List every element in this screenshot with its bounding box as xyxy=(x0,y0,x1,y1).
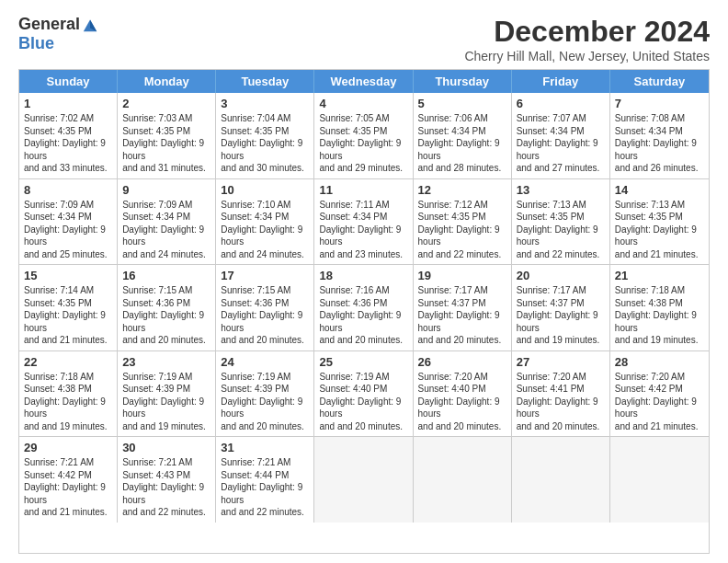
day-number: 5 xyxy=(418,97,506,110)
sunset-text: Sunset: 4:35 PM xyxy=(24,125,112,138)
cal-cell-day-25: 25Sunrise: 7:19 AMSunset: 4:40 PMDayligh… xyxy=(314,351,413,437)
logo-icon xyxy=(82,17,98,33)
cal-cell-day-14: 14Sunrise: 7:13 AMSunset: 4:35 PMDayligh… xyxy=(610,179,709,265)
day-number: 28 xyxy=(615,355,704,369)
sunrise-text: Sunrise: 7:10 AM xyxy=(221,199,309,212)
day-number: 31 xyxy=(221,441,309,454)
sunrise-text: Sunrise: 7:03 AM xyxy=(122,112,210,125)
calendar-body: 1Sunrise: 7:02 AMSunset: 4:35 PMDaylight… xyxy=(19,93,709,523)
day-number: 6 xyxy=(517,97,605,110)
daylight-text-1: Daylight: Daylight: 9 hours xyxy=(122,396,210,420)
daylight-text-1: Daylight: Daylight: 9 hours xyxy=(122,224,210,248)
sunset-text: Sunset: 4:35 PM xyxy=(24,297,112,310)
sunset-text: Sunset: 4:35 PM xyxy=(122,125,210,138)
cal-cell-empty xyxy=(610,437,709,523)
day-number: 25 xyxy=(319,355,407,369)
day-number: 24 xyxy=(221,355,309,369)
daylight-text-2: and and 19 minutes. xyxy=(517,334,605,347)
daylight-text-1: Daylight: Daylight: 9 hours xyxy=(221,309,309,334)
day-number: 7 xyxy=(615,97,704,110)
day-number: 16 xyxy=(122,269,210,282)
daylight-text-2: and and 22 minutes. xyxy=(122,506,210,519)
cal-cell-day-5: 5Sunrise: 7:06 AMSunset: 4:34 PMDaylight… xyxy=(414,93,512,178)
daylight-text-2: and and 28 minutes. xyxy=(418,162,506,175)
daylight-text-2: and and 23 minutes. xyxy=(319,248,407,261)
daylight-text-2: and and 26 minutes. xyxy=(615,162,704,175)
day-number: 4 xyxy=(319,97,407,110)
cal-cell-day-15: 15Sunrise: 7:14 AMSunset: 4:35 PMDayligh… xyxy=(19,265,118,350)
cal-cell-empty xyxy=(512,437,610,523)
daylight-text-2: and and 19 minutes. xyxy=(615,334,704,347)
day-number: 27 xyxy=(517,355,605,369)
cal-cell-day-16: 16Sunrise: 7:15 AMSunset: 4:36 PMDayligh… xyxy=(118,265,216,350)
sunrise-text: Sunrise: 7:21 AM xyxy=(122,456,210,469)
day-number: 21 xyxy=(615,269,704,282)
sunset-text: Sunset: 4:43 PM xyxy=(122,469,210,482)
sunrise-text: Sunrise: 7:12 AM xyxy=(418,199,506,212)
daylight-text-1: Daylight: Daylight: 9 hours xyxy=(615,137,704,162)
header-day-sunday: Sunday xyxy=(19,70,118,93)
daylight-text-1: Daylight: Daylight: 9 hours xyxy=(122,481,210,506)
daylight-text-1: Daylight: Daylight: 9 hours xyxy=(24,224,112,248)
sunrise-text: Sunrise: 7:18 AM xyxy=(615,284,704,297)
cal-cell-day-19: 19Sunrise: 7:17 AMSunset: 4:37 PMDayligh… xyxy=(414,265,512,350)
daylight-text-1: Daylight: Daylight: 9 hours xyxy=(517,396,605,420)
daylight-text-2: and and 19 minutes. xyxy=(24,420,112,433)
daylight-text-2: and and 20 minutes. xyxy=(418,420,506,433)
sunrise-text: Sunrise: 7:09 AM xyxy=(122,199,210,212)
sunrise-text: Sunrise: 7:20 AM xyxy=(615,371,704,384)
sunrise-text: Sunrise: 7:13 AM xyxy=(615,199,704,212)
daylight-text-2: and and 24 minutes. xyxy=(221,248,309,261)
sunset-text: Sunset: 4:35 PM xyxy=(319,125,407,138)
cal-cell-day-21: 21Sunrise: 7:18 AMSunset: 4:38 PMDayligh… xyxy=(610,265,709,350)
daylight-text-1: Daylight: Daylight: 9 hours xyxy=(517,309,605,334)
sunrise-text: Sunrise: 7:09 AM xyxy=(24,199,112,212)
sunrise-text: Sunrise: 7:21 AM xyxy=(24,456,112,469)
sunset-text: Sunset: 4:38 PM xyxy=(615,297,704,310)
daylight-text-1: Daylight: Daylight: 9 hours xyxy=(24,137,112,162)
daylight-text-1: Daylight: Daylight: 9 hours xyxy=(221,481,309,506)
sunset-text: Sunset: 4:40 PM xyxy=(418,383,506,396)
cal-cell-day-17: 17Sunrise: 7:15 AMSunset: 4:36 PMDayligh… xyxy=(216,265,314,350)
cal-cell-day-10: 10Sunrise: 7:10 AMSunset: 4:34 PMDayligh… xyxy=(216,179,314,265)
sunrise-text: Sunrise: 7:15 AM xyxy=(221,284,309,297)
daylight-text-2: and and 19 minutes. xyxy=(122,420,210,433)
sunset-text: Sunset: 4:34 PM xyxy=(517,125,605,138)
daylight-text-2: and and 20 minutes. xyxy=(517,420,605,433)
sunrise-text: Sunrise: 7:13 AM xyxy=(517,199,605,212)
daylight-text-1: Daylight: Daylight: 9 hours xyxy=(418,224,506,248)
sunset-text: Sunset: 4:35 PM xyxy=(418,211,506,224)
cal-cell-day-11: 11Sunrise: 7:11 AMSunset: 4:34 PMDayligh… xyxy=(314,179,413,265)
day-number: 20 xyxy=(517,269,605,282)
cal-cell-day-6: 6Sunrise: 7:07 AMSunset: 4:34 PMDaylight… xyxy=(512,93,610,178)
header: General Blue December 2024 Cherry Hill M… xyxy=(18,15,710,63)
daylight-text-1: Daylight: Daylight: 9 hours xyxy=(615,396,704,420)
daylight-text-1: Daylight: Daylight: 9 hours xyxy=(418,396,506,420)
sunset-text: Sunset: 4:35 PM xyxy=(517,211,605,224)
sunset-text: Sunset: 4:37 PM xyxy=(517,297,605,310)
daylight-text-2: and and 25 minutes. xyxy=(24,248,112,261)
cal-cell-day-26: 26Sunrise: 7:20 AMSunset: 4:40 PMDayligh… xyxy=(414,351,512,437)
cal-cell-empty xyxy=(414,437,512,523)
sunset-text: Sunset: 4:42 PM xyxy=(24,469,112,482)
daylight-text-1: Daylight: Daylight: 9 hours xyxy=(24,309,112,334)
cal-cell-empty xyxy=(314,437,413,523)
day-number: 17 xyxy=(221,269,309,282)
calendar: SundayMondayTuesdayWednesdayThursdayFrid… xyxy=(18,69,710,554)
header-day-monday: Monday xyxy=(118,70,216,93)
daylight-text-1: Daylight: Daylight: 9 hours xyxy=(221,137,309,162)
day-number: 30 xyxy=(122,441,210,454)
subtitle: Cherry Hill Mall, New Jersey, United Sta… xyxy=(464,49,710,63)
sunrise-text: Sunrise: 7:20 AM xyxy=(517,371,605,384)
day-number: 15 xyxy=(24,269,112,282)
cal-cell-day-27: 27Sunrise: 7:20 AMSunset: 4:41 PMDayligh… xyxy=(512,351,610,437)
sunset-text: Sunset: 4:34 PM xyxy=(24,211,112,224)
cal-cell-day-22: 22Sunrise: 7:18 AMSunset: 4:38 PMDayligh… xyxy=(19,351,118,437)
daylight-text-2: and and 33 minutes. xyxy=(24,162,112,175)
calendar-row-1: 8Sunrise: 7:09 AMSunset: 4:34 PMDaylight… xyxy=(19,178,709,265)
sunset-text: Sunset: 4:35 PM xyxy=(221,125,309,138)
day-number: 18 xyxy=(319,269,407,282)
daylight-text-2: and and 30 minutes. xyxy=(221,162,309,175)
header-day-friday: Friday xyxy=(512,70,610,93)
day-number: 23 xyxy=(122,355,210,369)
